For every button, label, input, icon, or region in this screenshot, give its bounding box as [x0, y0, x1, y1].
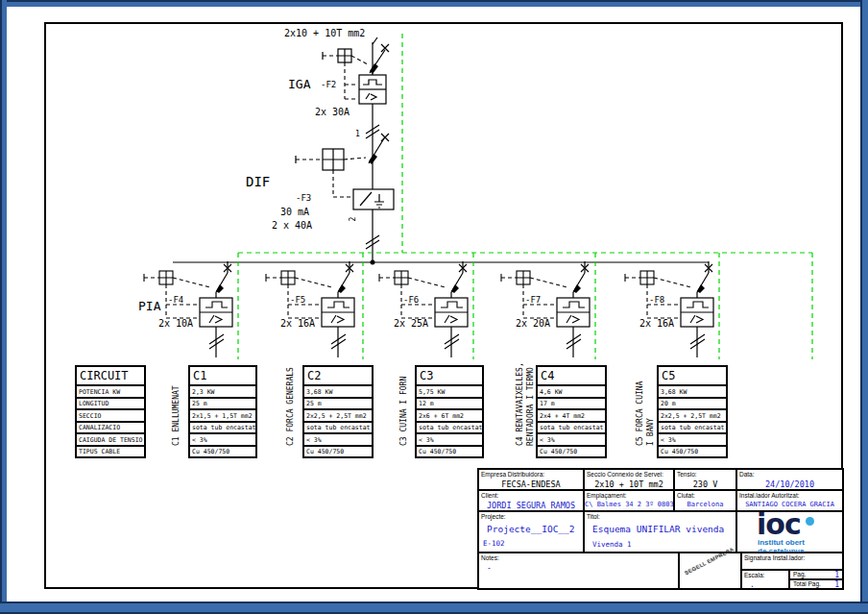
circuit-cable: Cu 450/750	[304, 447, 372, 457]
cell-seccio: Seccio Connexio de Servei: 2x10 + 10T mm…	[584, 469, 674, 490]
legend-row: SECCIO	[77, 410, 144, 423]
circuit-table-c1: C1 2,3 KW 25 m 2x1,5 + 1,5T mm2 sota tub…	[188, 365, 257, 458]
empresa-label: Empresa Distribuidora:	[479, 470, 583, 479]
cell-titol: Titol: Esquema UNIFILAR vivenda Vivenda …	[584, 511, 736, 553]
circuit-name-c5-line2: I BANY	[647, 418, 655, 446]
escala-value: .	[742, 580, 788, 589]
iga-breaker-symbol	[323, 44, 389, 138]
escala-label: Escala:	[742, 571, 788, 579]
cell-tensio: Tensio: 230 V	[674, 469, 736, 490]
signatura-label: Signatura Instal.lador:	[742, 553, 842, 562]
circuit-table-c5: C5 3,68 KW 20 m 2x2,5 + 2,5T mm2 sota tu…	[657, 365, 728, 458]
data-label: Data:	[737, 470, 842, 479]
installador-label: Instal.lador Autoritzat:	[737, 491, 842, 500]
legend-row: POTENCIA KW	[77, 386, 144, 399]
cell-signatura: Signatura Instal.lador:	[741, 553, 843, 570]
circuit-table-c4: C4 4,6 KW 17 m 2x4 + 4T mm2 sota tub enc…	[536, 365, 607, 458]
circuit-voltage-drop: < 3%	[417, 434, 482, 447]
branch-ref-f6: -F6	[403, 296, 419, 305]
circuit-cable: Cu 450/750	[659, 447, 726, 457]
titol-value: Esquema UNIFILAR vivenda	[585, 524, 735, 534]
circuit-power: 4,6 KW	[538, 386, 605, 399]
circuit-header: C2	[304, 367, 372, 386]
dif-ref-label: -F3	[296, 194, 311, 203]
cell-projecte: Projecte: Projecte__IOC__2 E-102	[478, 511, 584, 553]
branch-ref-f8: -F8	[649, 296, 664, 305]
circuit-power: 3,68 KW	[659, 386, 726, 399]
branch-symbol-f6	[379, 261, 468, 357]
circuit-voltage-drop: < 3%	[304, 434, 372, 447]
dif-differential-symbol	[296, 134, 394, 249]
legend-table: CIRCUIT POTENCIA KW LONGITUD SECCIO CANA…	[75, 365, 146, 458]
distribution-bus	[173, 260, 709, 265]
branch-symbol-f7	[501, 261, 590, 357]
total-pag-label: Total Pag.	[793, 580, 821, 588]
titol-label: Titol:	[585, 512, 735, 521]
circuit-section: 2x6 + 6T mm2	[417, 410, 482, 423]
circuit-name-c4-line1: C4 RENTAVAIXELLES,	[517, 362, 524, 446]
circuit-canalization: sota tub encastat	[538, 423, 605, 435]
dif-marker-bottom: 2	[350, 217, 357, 222]
cell-emplacament: Emplaçament: C\ Balmes 34 2 3º 08032	[584, 490, 674, 511]
circuit-header: C4	[538, 367, 605, 386]
cell-client: Client: JORDI SEGURA RAMOS	[478, 490, 584, 511]
legend-row: CAIGUDA DE TENSIO	[77, 434, 144, 447]
dif-rating-label: 2 x 40A	[272, 221, 312, 231]
circuit-cable: Cu 450/750	[538, 447, 605, 457]
circuit-power: 2,3 KW	[190, 386, 255, 399]
circuit-length: 25 m	[190, 399, 255, 411]
circuit-cable: Cu 450/750	[190, 447, 255, 457]
titol-sub-value: Vivenda 1	[585, 540, 735, 549]
drawing-sheet-window: 2x10 + 10T mm2 IGA -F2 2x 30A 1 DIF -F3 …	[0, 0, 868, 614]
circuit-length: 20 m	[659, 399, 726, 411]
cell-pag: Pag. 1	[789, 570, 843, 579]
circuit-header: C1	[190, 367, 255, 386]
tensio-label: Tensio:	[675, 470, 735, 479]
legend-row: TIPUS CABLE	[77, 447, 144, 457]
emplacament-label: Emplaçament:	[585, 491, 673, 500]
notes-label: Notes:	[479, 553, 678, 562]
pag-value: 1	[834, 571, 839, 579]
contact-blob-icon	[370, 63, 378, 74]
circuit-name-c3: C3 CUINA I FORN	[400, 377, 408, 446]
iga-label: IGA	[288, 78, 310, 90]
projecte-label: Projecte:	[479, 512, 583, 521]
notes-value: -	[479, 564, 678, 573]
circuit-cable: Cu 450/750	[417, 447, 482, 457]
circuit-power: 3,68 KW	[304, 386, 372, 399]
cell-data: Data: 24/10/2010	[736, 469, 843, 490]
branch-rating-f8: 2x 16A	[639, 319, 674, 329]
circuit-length: 25 m	[304, 399, 372, 411]
circuit-section: 2x2,5 + 2,5T mm2	[304, 410, 372, 423]
seccio-value: 2x10 + 10T mm2	[585, 479, 673, 489]
client-value: JORDI SEGURA RAMOS	[479, 501, 583, 510]
pag-label: Pag.	[793, 571, 806, 578]
circuit-section: 2x2,5 + 2,5T mm2	[659, 410, 726, 423]
branch-symbol-f8	[625, 261, 713, 357]
branch-rating-f4: 2x 10A	[158, 319, 193, 329]
tensio-value: 230 V	[675, 479, 735, 489]
dif-label: DIF	[246, 175, 270, 188]
circuit-name-c4-line2: RENTADORA I TERMO	[527, 367, 535, 446]
pia-label: PIA	[138, 300, 160, 312]
circuit-voltage-drop: < 3%	[538, 434, 605, 447]
cell-total-pag: Total Pag. 1	[789, 579, 843, 589]
circuit-header: C5	[659, 367, 726, 386]
iga-ref-label: -F2	[321, 81, 336, 89]
ioc-logo-dot-icon	[806, 517, 814, 526]
circuit-name-c5-line1: C5 FORCA CUINA	[637, 381, 644, 446]
circuit-canalization: sota tub encastat	[659, 423, 726, 435]
branch-rating-f7: 2x 20A	[516, 319, 550, 329]
branch-rating-f5: 2x 16A	[280, 319, 315, 329]
circuit-header: C3	[417, 367, 482, 386]
legend-header: CIRCUIT	[77, 367, 144, 386]
cell-escala: Escala: .	[741, 570, 789, 589]
branch-symbol-f5	[266, 261, 354, 357]
total-pag-value: 1	[834, 580, 839, 589]
circuit-table-c3: C3 5,75 KW 12 m 2x6 + 6T mm2 sota tub en…	[415, 365, 484, 458]
projecte-code: E-102	[479, 539, 583, 548]
circuit-section: 2x4 + 4T mm2	[538, 410, 605, 423]
circuit-length: 17 m	[538, 399, 605, 411]
branch-ref-f5: -F5	[290, 296, 305, 305]
cell-ciutat: Ciutat: Barcelona	[674, 490, 736, 511]
